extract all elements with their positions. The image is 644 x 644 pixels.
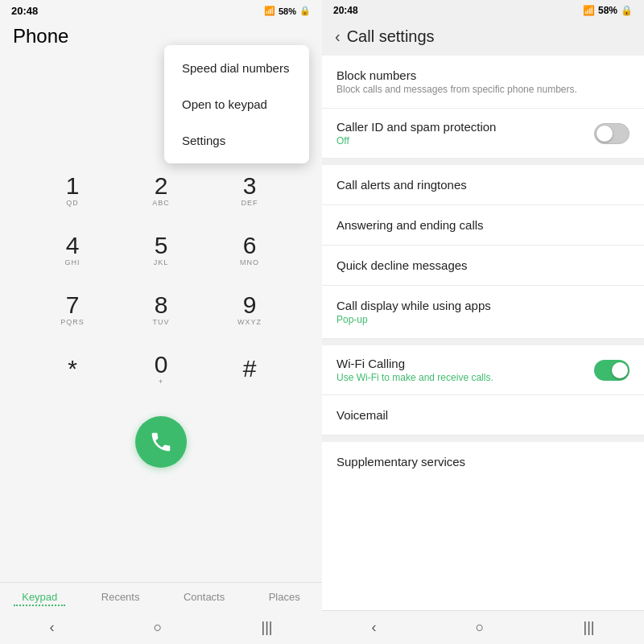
- bottom-tabs: Keypad Recents Contacts Places: [0, 582, 322, 611]
- toggle-8[interactable]: [594, 360, 630, 381]
- dropdown-menu: Speed dial numbers Open to keypad Settin…: [164, 45, 309, 163]
- wifi-icon: 📶: [264, 6, 275, 16]
- dial-key-8[interactable]: 8TUV: [121, 281, 201, 337]
- dial-key-7[interactable]: 7PQRS: [32, 281, 113, 337]
- battery-text: 58%: [279, 6, 296, 16]
- right-back-nav[interactable]: ‹: [372, 619, 377, 636]
- left-time: 20:48: [11, 5, 38, 17]
- settings-item-3[interactable]: Call alerts and ringtones: [322, 165, 644, 205]
- settings-item-4[interactable]: Answering and ending calls: [322, 205, 644, 246]
- dial-key-9[interactable]: 9WXYZ: [209, 281, 290, 337]
- call-settings-title: Call settings: [347, 27, 435, 46]
- tab-recents[interactable]: Recents: [93, 589, 148, 606]
- right-lock-icon: 🔒: [621, 5, 633, 16]
- right-home-nav[interactable]: ○: [476, 619, 485, 636]
- tab-contacts[interactable]: Contacts: [175, 589, 233, 606]
- settings-item-6[interactable]: Call display while using appsPop-up: [322, 286, 644, 339]
- settings-item-5[interactable]: Quick decline messages: [322, 246, 644, 286]
- right-panel: 20:48 📶 58% 🔒 ‹ Call settings Block numb…: [322, 0, 644, 644]
- dial-key-0[interactable]: 0+: [121, 341, 201, 397]
- tab-keypad[interactable]: Keypad: [14, 589, 65, 606]
- call-settings-header: ‹ Call settings: [322, 19, 644, 56]
- dial-key-#[interactable]: #: [209, 341, 290, 397]
- dropdown-open-keypad[interactable]: Open to keypad: [164, 86, 309, 122]
- settings-item-8[interactable]: Wi-Fi CallingUse Wi-Fi to make and recei…: [322, 345, 644, 395]
- left-panel: 20:48 📶 58% 🔒 Phone Speed dial numbers O…: [0, 0, 322, 644]
- left-recents-nav[interactable]: |||: [261, 619, 272, 636]
- dial-key-5[interactable]: 5JKL: [121, 221, 201, 278]
- left-nav-bar: ‹ ○ |||: [0, 611, 322, 644]
- section-divider-7: [322, 339, 644, 345]
- phone-icon: [149, 430, 173, 454]
- settings-item-11[interactable]: Supplementary services: [322, 442, 644, 481]
- dial-key-3[interactable]: 3DEF: [209, 162, 290, 218]
- left-status-bar: 20:48 📶 58% 🔒: [0, 0, 322, 20]
- left-status-icons: 📶 58% 🔒: [264, 6, 311, 16]
- settings-item-9[interactable]: Voicemail: [322, 395, 644, 436]
- dial-key-*[interactable]: *: [32, 341, 113, 397]
- right-status-bar: 20:48 📶 58% 🔒: [322, 0, 644, 19]
- right-status-icons: 📶 58% 🔒: [583, 5, 633, 16]
- right-wifi-icon: 📶: [583, 5, 595, 16]
- tab-places[interactable]: Places: [261, 589, 308, 606]
- right-recents-nav[interactable]: |||: [583, 619, 594, 636]
- back-button[interactable]: ‹: [335, 27, 341, 46]
- dial-key-2[interactable]: 2ABC: [121, 162, 201, 218]
- settings-item-1[interactable]: Caller ID and spam protectionOff: [322, 109, 644, 159]
- dropdown-speed-dial[interactable]: Speed dial numbers: [164, 50, 309, 86]
- settings-list: Block numbersBlock calls and messages fr…: [322, 56, 644, 610]
- left-back-nav[interactable]: ‹: [50, 619, 55, 636]
- right-time: 20:48: [333, 5, 358, 16]
- dial-key-1[interactable]: 1QD: [32, 162, 113, 218]
- dialpad-grid: 1QD2ABC3DEF4GHI5JKL6MNO7PQRS8TUV9WXYZ*0+…: [32, 162, 290, 397]
- section-divider-2: [322, 159, 644, 165]
- dropdown-settings[interactable]: Settings: [164, 122, 309, 159]
- lock-icon: 🔒: [299, 6, 311, 16]
- right-battery: 58%: [598, 5, 617, 16]
- left-home-nav[interactable]: ○: [154, 619, 163, 636]
- settings-item-0[interactable]: Block numbersBlock calls and messages fr…: [322, 56, 644, 109]
- dial-key-4[interactable]: 4GHI: [32, 221, 113, 278]
- toggle-1[interactable]: [594, 123, 630, 144]
- section-divider-10: [322, 436, 644, 442]
- dial-key-6[interactable]: 6MNO: [209, 221, 290, 278]
- right-nav-bar: ‹ ○ |||: [322, 610, 644, 644]
- call-button[interactable]: [135, 416, 187, 468]
